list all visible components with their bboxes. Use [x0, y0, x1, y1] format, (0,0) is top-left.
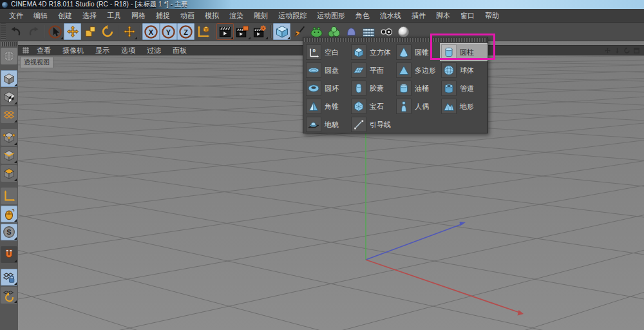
- toolbar-drag-handle[interactable]: [1, 23, 6, 40]
- undo-icon: [9, 24, 23, 39]
- menu-item[interactable]: 渲染: [224, 10, 249, 22]
- primitive-item-guide[interactable]: 引导线: [350, 115, 395, 133]
- primitive-item-torus[interactable]: 圆环: [305, 79, 350, 97]
- x-axis-icon: X: [144, 24, 158, 39]
- rotate-view-icon[interactable]: [623, 47, 630, 54]
- title-bar: CINEMA 4D R18.011 Studio (RC - R18) - [未…: [0, 0, 644, 9]
- window-title: CINEMA 4D R18.011 Studio (RC - R18) - [未…: [11, 0, 188, 9]
- menu-item[interactable]: 编辑: [28, 10, 53, 22]
- viewport-menu-item[interactable]: 摄像机: [57, 45, 90, 56]
- primitive-item-pyramid[interactable]: 角锥: [305, 97, 350, 115]
- primitive-item-cone[interactable]: 圆锥: [395, 43, 440, 61]
- primitive-item-polygon[interactable]: 多边形: [395, 61, 440, 79]
- menu-item[interactable]: 雕刻: [249, 10, 273, 22]
- scale-icon: [83, 24, 97, 39]
- primitive-item-gem[interactable]: 宝石: [350, 97, 395, 115]
- toolbar-separator: [42, 23, 46, 40]
- menu-item[interactable]: 工具: [102, 10, 126, 22]
- svg-text:Z: Z: [184, 28, 188, 35]
- lock-x-axis-button[interactable]: X: [142, 23, 160, 40]
- menu-item[interactable]: 窗口: [455, 10, 480, 22]
- edges-mode-button[interactable]: [1, 147, 17, 164]
- menu-item[interactable]: 运动跟踪: [273, 10, 312, 22]
- polygons-mode-button[interactable]: [1, 165, 17, 182]
- rotate-tool-button[interactable]: [99, 23, 116, 40]
- viewport-menu-item[interactable]: 查看: [31, 45, 57, 56]
- coordinate-system-button[interactable]: [194, 23, 212, 40]
- menu-item[interactable]: 模拟: [200, 10, 224, 22]
- menu-item[interactable]: 流水线: [375, 10, 406, 22]
- primitive-item-landscape[interactable]: 地形: [440, 97, 488, 115]
- sidebar-drag-handle[interactable]: [1, 42, 17, 46]
- last-used-tool-button[interactable]: [120, 23, 138, 40]
- lock-workplane-button[interactable]: [1, 269, 17, 286]
- enable-snap-button[interactable]: [1, 246, 17, 263]
- menu-tearoff-handle[interactable]: [304, 38, 487, 42]
- pan-view-icon[interactable]: [604, 47, 611, 54]
- svg-text:S: S: [6, 228, 11, 236]
- primitive-item-oiltank[interactable]: 油桶: [395, 79, 440, 97]
- move-icon: [66, 24, 80, 39]
- menu-item[interactable]: 运动图形: [312, 10, 350, 22]
- render-view-button[interactable]: [216, 23, 234, 40]
- primitive-item-cube[interactable]: 立方体: [350, 43, 395, 61]
- scale-tool-button[interactable]: [81, 23, 99, 40]
- menu-item[interactable]: 脚本: [431, 10, 455, 22]
- primitive-item-capsule[interactable]: 胶囊: [350, 79, 395, 97]
- z-axis-icon: Z: [178, 24, 193, 39]
- redo-button[interactable]: [24, 23, 42, 40]
- undo-button[interactable]: [7, 23, 24, 40]
- menu-item[interactable]: 角色: [350, 10, 375, 22]
- menu-item[interactable]: 选择: [77, 10, 102, 22]
- y-axis-icon: Y: [161, 24, 176, 39]
- primitive-item-tube[interactable]: 管道: [440, 79, 488, 97]
- viewport-grid-icon[interactable]: [22, 46, 30, 54]
- make-editable-button[interactable]: [1, 48, 17, 64]
- lock-z-axis-button[interactable]: Z: [177, 23, 194, 40]
- primitives-dropdown-menu: 空白 立方体 圆锥 圆柱 圆盘: [303, 37, 488, 133]
- zoom-view-icon[interactable]: [614, 47, 621, 54]
- workplane-button[interactable]: [1, 287, 17, 304]
- live-selection-button[interactable]: [46, 23, 64, 40]
- primitive-item-figure[interactable]: 人偶: [395, 97, 440, 115]
- viewport-menu-item[interactable]: 选项: [115, 45, 141, 56]
- toolbar-separator: [269, 23, 273, 40]
- move-tool-button[interactable]: [64, 23, 81, 40]
- menu-item[interactable]: 文件: [4, 10, 28, 22]
- render-to-picture-viewer-button[interactable]: [234, 23, 251, 40]
- svg-text:Y: Y: [166, 28, 171, 35]
- viewport-menu-item[interactable]: 过滤: [141, 45, 167, 56]
- menu-item[interactable]: 动画: [175, 10, 200, 22]
- primitive-item-relief[interactable]: 地貌: [305, 115, 350, 133]
- coordinate-system-icon: [196, 24, 211, 39]
- workplane-mode-button[interactable]: [1, 106, 17, 123]
- menu-item[interactable]: 捕捉: [151, 10, 175, 22]
- toolbar-separator: [138, 23, 142, 40]
- primitive-item-null[interactable]: 空白: [305, 43, 350, 61]
- menu-item[interactable]: 帮助: [480, 10, 504, 22]
- svg-text:X: X: [149, 28, 154, 35]
- add-primitive-button[interactable]: [273, 23, 290, 40]
- menu-item[interactable]: 插件: [406, 10, 431, 22]
- toolbar-separator: [212, 23, 216, 40]
- menu-item[interactable]: 网格: [126, 10, 151, 22]
- points-mode-button[interactable]: [1, 129, 17, 146]
- texture-mode-button[interactable]: [1, 88, 17, 105]
- model-mode-button[interactable]: [1, 70, 17, 87]
- viewport-menu-item[interactable]: 面板: [167, 45, 193, 56]
- primitive-item-cylinder[interactable]: 圆柱: [440, 43, 488, 61]
- snap-settings-button[interactable]: S: [1, 224, 17, 240]
- viewport-solo-button[interactable]: [1, 206, 17, 222]
- toggle-view-icon[interactable]: [633, 47, 640, 54]
- make-editable-icon: [2, 49, 16, 63]
- primitive-item-plane[interactable]: 平面: [350, 61, 395, 79]
- primitive-item-disc[interactable]: 圆盘: [305, 61, 350, 79]
- menu-item[interactable]: 创建: [53, 10, 77, 22]
- main-menu-bar: 文件编辑创建选择工具网格捕捉动画模拟渲染雕刻运动跟踪运动图形角色流水线插件脚本窗…: [0, 9, 644, 23]
- toolbar-separator: [116, 23, 120, 40]
- render-settings-button[interactable]: [251, 23, 269, 40]
- enable-axis-button[interactable]: [1, 188, 17, 204]
- viewport-menu-item[interactable]: 显示: [90, 45, 115, 56]
- primitive-item-sphere[interactable]: 球体: [440, 61, 488, 79]
- lock-y-axis-button[interactable]: Y: [160, 23, 177, 40]
